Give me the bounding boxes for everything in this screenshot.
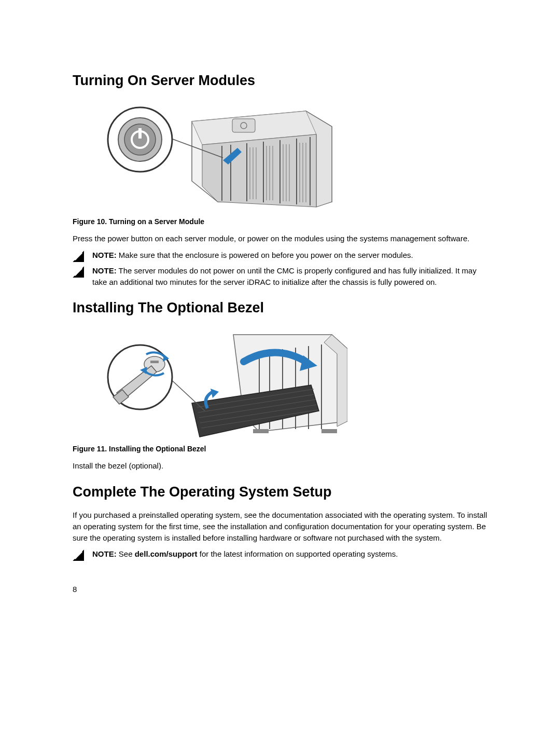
note-icon bbox=[73, 251, 84, 262]
figure-10-caption: Figure 10. Turning on a Server Module bbox=[73, 217, 493, 226]
figure-11-illustration bbox=[88, 325, 347, 439]
svg-rect-47 bbox=[321, 429, 337, 433]
svg-point-37 bbox=[75, 273, 76, 275]
paragraph-os-setup: If you purchased a preinstalled operatin… bbox=[73, 509, 493, 543]
note-body: The server modules do not power on until… bbox=[92, 266, 477, 286]
svg-point-66 bbox=[75, 557, 76, 559]
page-number: 8 bbox=[73, 585, 77, 594]
svg-rect-23 bbox=[232, 119, 255, 132]
note-icon bbox=[73, 266, 84, 278]
heading-complete-os-setup: Complete The Operating System Setup bbox=[73, 484, 493, 500]
note-1-text: NOTE: Make sure that the enclosure is po… bbox=[92, 250, 493, 261]
svg-marker-55 bbox=[211, 389, 219, 398]
note-post: for the latest information on supported … bbox=[198, 549, 398, 558]
note-row-3: NOTE: See dell.com/support for the lates… bbox=[73, 548, 493, 561]
svg-point-34 bbox=[75, 258, 76, 259]
note-icon bbox=[73, 549, 84, 561]
svg-rect-59 bbox=[150, 361, 159, 363]
paragraph-press-power-button: Press the power button on each server mo… bbox=[73, 233, 493, 244]
note-3-text: NOTE: See dell.com/support for the lates… bbox=[92, 548, 493, 560]
svg-rect-46 bbox=[253, 429, 269, 433]
heading-installing-optional-bezel: Installing The Optional Bezel bbox=[73, 300, 493, 316]
note-label: NOTE: bbox=[92, 549, 117, 558]
heading-turning-on-server-modules: Turning On Server Modules bbox=[73, 73, 493, 89]
figure-10-illustration bbox=[88, 98, 347, 212]
note-2-text: NOTE: The server modules do not power on… bbox=[92, 265, 493, 288]
note-row-1: NOTE: Make sure that the enclosure is po… bbox=[73, 250, 493, 262]
document-page: Turning On Server Modules bbox=[0, 0, 560, 744]
svg-line-56 bbox=[169, 377, 205, 411]
paragraph-install-bezel: Install the bezel (optional). bbox=[73, 460, 493, 472]
note-row-2: NOTE: The server modules do not power on… bbox=[73, 265, 493, 288]
svg-rect-31 bbox=[138, 128, 142, 139]
support-link[interactable]: dell.com/support bbox=[135, 549, 198, 558]
note-label: NOTE: bbox=[92, 266, 117, 275]
note-pre: See bbox=[117, 549, 135, 558]
svg-marker-3 bbox=[202, 134, 316, 207]
note-label: NOTE: bbox=[92, 251, 117, 259]
figure-11-caption: Figure 11. Installing the Optional Bezel bbox=[73, 445, 493, 453]
note-body: Make sure that the enclosure is powered … bbox=[117, 251, 413, 259]
